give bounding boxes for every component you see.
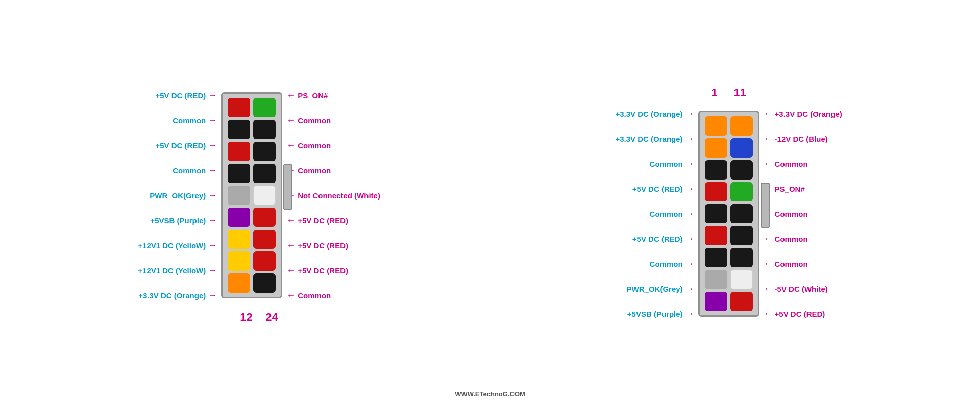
pin-row (705, 138, 753, 158)
left-label-row: +5VSB (Purple) → (150, 209, 217, 232)
left-label-row: +3.3V DC (Orange) → (615, 103, 694, 125)
right-label-text-3: ← PS_ON# (764, 184, 805, 194)
pin-row (705, 248, 753, 267)
left-label-text-4: Common → (650, 209, 694, 219)
left-label-text-8: +5VSB (Purple) → (627, 309, 694, 319)
left-label-row: +12V1 DC (YelloW) → (138, 234, 217, 257)
left-label-row: +5V DC (RED) → (155, 134, 217, 157)
pin-right-7 (253, 251, 276, 271)
right-label-row: ← PS_ON# (286, 84, 328, 107)
left-label-row: +5V DC (RED) → (155, 84, 217, 107)
right-label-row: ← +3.3V DC (Orange) (764, 103, 842, 125)
right-label-text-0: ← +3.3V DC (Orange) (764, 109, 842, 119)
connector2-right-labels: ← +3.3V DC (Orange)← -12V DC (Blue)← Com… (764, 103, 842, 325)
pin-right-2 (730, 160, 753, 180)
right-label-text-3: ← Common (286, 165, 331, 176)
left-label-row: +5V DC (RED) → (632, 177, 694, 200)
pin-row (228, 142, 276, 161)
left-label-row: +5V DC (RED) → (632, 227, 694, 250)
left-label-text-2: Common → (650, 159, 694, 169)
pin-left-7 (705, 270, 727, 289)
pin-right-8 (253, 273, 276, 293)
pin-left-5 (228, 208, 250, 227)
pin-left-2 (705, 160, 727, 180)
right-label-row: ← Common (764, 227, 808, 250)
left-label-row: +12V1 DC (YelloW) → (138, 259, 217, 282)
connector1-col-numbers: 12 24 (229, 311, 290, 324)
pin-right-5 (730, 226, 753, 245)
right-label-text-5: ← Common (764, 234, 808, 244)
left-label-text-2: +5V DC (RED) → (155, 140, 217, 151)
right-label-row: ← +5V DC (RED) (286, 259, 348, 282)
connector2-col2: 11 (733, 86, 746, 99)
right-label-text-6: ← Common (764, 259, 808, 269)
pin-right-3 (253, 164, 276, 183)
pin-row (228, 120, 276, 139)
right-label-text-8: ← Common (286, 290, 331, 301)
pin-right-4 (253, 186, 276, 205)
connector2-left-labels: +3.3V DC (Orange) →+3.3V DC (Orange) →Co… (615, 103, 694, 325)
right-label-text-7: ← +5V DC (RED) (286, 265, 348, 276)
connector2-body: +3.3V DC (Orange) →+3.3V DC (Orange) →Co… (615, 103, 842, 325)
right-label-row: ← Common (764, 202, 808, 225)
right-label-row: ← PS_ON# (764, 177, 805, 200)
pin-row (228, 98, 276, 117)
pin-left-6 (705, 248, 727, 267)
website-label: WWW.ETechnoG.COM (455, 390, 525, 398)
left-label-text-3: +5V DC (RED) → (632, 184, 694, 194)
pin-left-2 (228, 142, 250, 161)
left-label-text-3: Common → (173, 165, 217, 176)
left-label-row: Common → (650, 202, 694, 225)
pin-right-1 (253, 120, 276, 139)
left-label-row: PWR_OK(Grey) → (150, 184, 217, 207)
right-label-row: ← Common (286, 159, 331, 182)
connector1-section: +5V DC (RED) →Common →+5V DC (RED) →Comm… (138, 84, 380, 324)
left-label-text-7: PWR_OK(Grey) → (627, 284, 694, 294)
pin-right-8 (730, 292, 753, 311)
pin-row (705, 116, 753, 136)
connector1-col2: 24 (265, 311, 278, 324)
right-label-text-6: ← +5V DC (RED) (286, 240, 348, 251)
left-label-row: Common → (173, 159, 217, 182)
connector1-right-labels: ← PS_ON#← Common← Common← Common← Not Co… (286, 84, 380, 307)
pin-left-8 (228, 273, 250, 293)
right-label-row: ← Common (286, 134, 331, 157)
pin-right-6 (730, 248, 753, 267)
right-label-row: ← Common (286, 109, 331, 132)
connector2-block (698, 111, 760, 317)
left-label-text-0: +3.3V DC (Orange) → (615, 109, 694, 119)
pin-row (705, 270, 753, 289)
pin-right-2 (253, 142, 276, 161)
right-label-row: ← +5V DC (RED) (286, 209, 348, 232)
left-label-text-4: PWR_OK(Grey) → (150, 190, 217, 201)
connector2-latch (761, 183, 770, 228)
pin-left-4 (228, 186, 250, 205)
left-label-text-5: +5V DC (RED) → (632, 234, 694, 244)
pin-right-6 (253, 230, 276, 249)
pin-left-6 (228, 230, 250, 249)
right-label-text-4: ← Common (764, 209, 808, 219)
pin-row (228, 230, 276, 249)
pin-left-4 (705, 204, 727, 223)
right-label-row: ← Common (286, 284, 331, 307)
left-label-text-0: +5V DC (RED) → (155, 90, 217, 101)
right-label-text-8: ← +5V DC (RED) (764, 309, 825, 319)
right-label-text-2: ← Common (764, 159, 808, 169)
pin-row (228, 251, 276, 271)
connector2-section: 1 11 +3.3V DC (Orange) →+3.3V DC (Orange… (615, 83, 842, 325)
connector1-latch (283, 164, 292, 210)
connector2-col-numbers: 1 11 (698, 86, 760, 99)
right-label-text-5: ← +5V DC (RED) (286, 215, 348, 226)
pin-left-0 (705, 116, 727, 136)
left-label-text-8: +3.3V DC (Orange) → (138, 290, 217, 301)
connector1-left-labels: +5V DC (RED) →Common →+5V DC (RED) →Comm… (138, 84, 217, 307)
pin-right-7 (730, 270, 753, 289)
pin-left-7 (228, 251, 250, 271)
right-label-text-1: ← -12V DC (Blue) (764, 134, 828, 144)
left-label-text-1: +3.3V DC (Orange) → (615, 134, 694, 144)
pin-left-3 (228, 164, 250, 183)
right-label-row: ← Common (764, 252, 808, 275)
pin-left-1 (228, 120, 250, 139)
pin-left-8 (705, 292, 727, 311)
pin-left-3 (705, 182, 727, 201)
